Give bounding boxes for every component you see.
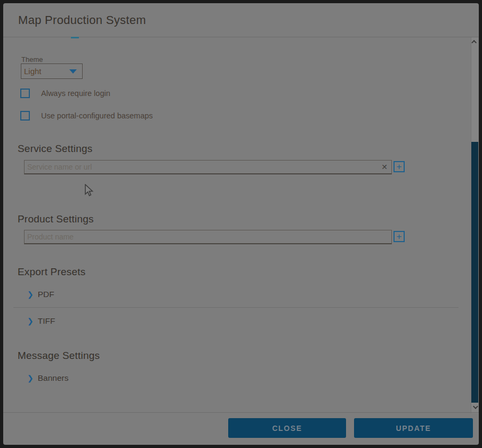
- chevron-right-icon: ❯: [27, 290, 34, 299]
- plus-icon: +: [397, 162, 402, 171]
- dialog-footer: CLOSE UPDATE: [3, 412, 479, 445]
- product-name-input[interactable]: [24, 230, 392, 244]
- theme-dropdown[interactable]: Light: [21, 63, 83, 79]
- update-button[interactable]: UPDATE: [354, 418, 473, 438]
- service-settings-heading: Service Settings: [18, 143, 93, 155]
- theme-label: Theme: [21, 55, 43, 63]
- checkbox-label: Always require login: [41, 89, 110, 98]
- caret-down-icon: [69, 69, 77, 74]
- close-button[interactable]: CLOSE: [228, 418, 346, 438]
- clear-input-icon[interactable]: ✕: [381, 163, 388, 171]
- checkbox-row-always-require-login[interactable]: Always require login: [20, 89, 110, 98]
- product-settings-heading: Product Settings: [18, 213, 94, 225]
- add-product-button[interactable]: +: [393, 231, 405, 242]
- preset-row-tiff[interactable]: ❯ TIFF: [27, 316, 55, 326]
- plus-icon: +: [397, 232, 402, 241]
- preset-label: PDF: [38, 290, 54, 299]
- checkbox-row-portal-basemaps[interactable]: Use portal-configured basemaps: [20, 111, 153, 121]
- product-input-wrap: [24, 230, 392, 244]
- always-require-login-checkbox[interactable]: [20, 89, 30, 98]
- message-row-banners[interactable]: ❯ Banners: [27, 373, 68, 383]
- service-name-input[interactable]: [24, 160, 392, 174]
- add-service-button[interactable]: +: [393, 161, 405, 172]
- dialog-title: Map Production System: [18, 13, 146, 27]
- checkbox-label: Use portal-configured basemaps: [41, 111, 153, 120]
- scroll-down-icon[interactable]: [473, 405, 477, 410]
- message-label: Banners: [38, 373, 69, 383]
- scroll-up-icon[interactable]: [473, 40, 477, 44]
- theme-dropdown-value: Light: [24, 67, 42, 76]
- preset-label: TIFF: [38, 316, 55, 326]
- message-settings-heading: Message Settings: [18, 350, 100, 362]
- mouse-cursor: [84, 184, 95, 201]
- vertical-scrollbar[interactable]: [471, 37, 478, 413]
- dialog-header: Map Production System: [3, 3, 479, 37]
- scrollbar-thumb[interactable]: [471, 142, 478, 403]
- preset-row-pdf[interactable]: ❯ PDF: [27, 290, 54, 299]
- map-production-system-dialog: Map Production System Theme Light Always…: [3, 3, 479, 445]
- chevron-right-icon: ❯: [27, 374, 34, 382]
- chevron-right-icon: ❯: [27, 317, 34, 325]
- export-presets-heading: Export Presets: [18, 266, 85, 278]
- service-input-wrap: ✕: [24, 160, 392, 174]
- scrolled-content-remnant: [71, 37, 79, 38]
- portal-basemaps-checkbox[interactable]: [20, 111, 30, 121]
- preset-divider: [13, 307, 459, 308]
